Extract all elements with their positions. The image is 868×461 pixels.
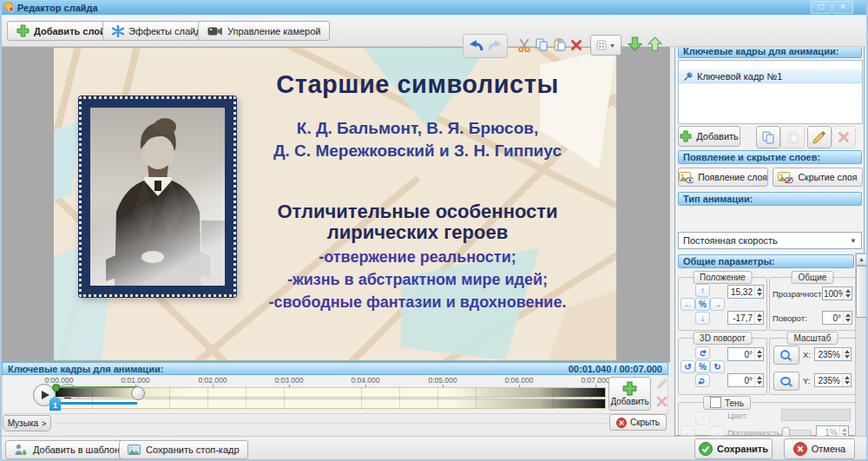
- panel-scrollbar[interactable]: ▲ ▼: [855, 253, 866, 460]
- shadow-opacity-slider[interactable]: [781, 430, 812, 436]
- image-eye-crossed-icon: [778, 172, 793, 183]
- layer-hide-label: Скрытие слоя: [798, 172, 857, 182]
- timeline-time-display: 00:01.040 / 00:07.000: [569, 364, 662, 374]
- delete-keyframe-button[interactable]: [832, 126, 856, 148]
- delete-x-icon: [838, 131, 850, 143]
- rotation-3d-group: 3D поворот ↻ ↺ % ↻ ↻ 0° 0°: [678, 338, 767, 395]
- move-down-layer-icon[interactable]: [628, 36, 642, 51]
- rotate-3d-up-button[interactable]: ↻: [695, 346, 710, 359]
- animation-type-dropdown[interactable]: Постоянная скорость ▼: [678, 232, 862, 249]
- ruler-tick-1: 0:01.000: [115, 376, 155, 385]
- timeline-hide-button[interactable]: Скрыть: [609, 414, 667, 431]
- move-right-button[interactable]: →: [710, 298, 725, 311]
- paste-icon[interactable]: [553, 38, 566, 51]
- slide-canvas: Старшие символисты К. Д. Бальмонт, В. Я.…: [0, 46, 670, 362]
- ruler-tick-0: 0:00.000: [39, 376, 79, 385]
- scale-x-tool-button[interactable]: [773, 346, 799, 365]
- shadow-up-button[interactable]: ↑: [695, 412, 710, 425]
- layer-appear-label: Появление слоя: [698, 172, 767, 182]
- add-layer-button[interactable]: Добавить слой: [7, 21, 115, 41]
- move-up-button[interactable]: ↑: [695, 284, 710, 297]
- keyframes-list[interactable]: Ключевой кадр №1: [678, 60, 863, 124]
- add-keyframe-button[interactable]: Добавить: [678, 126, 740, 147]
- maximize-button[interactable]: □: [811, 1, 832, 14]
- animation-type-header: Тип анимации:: [678, 192, 862, 206]
- portrait-photo: [78, 95, 237, 298]
- scrollbar-thumb[interactable]: [856, 266, 867, 318]
- shadow-checkbox[interactable]: [710, 397, 721, 408]
- shadow-color-label: Цвет:: [727, 411, 748, 420]
- rotate-spinner[interactable]: 0°: [822, 311, 852, 325]
- add-to-templates-button[interactable]: Добавить в шаблоны: [5, 440, 135, 459]
- image-icon: [128, 445, 141, 455]
- rotate-3d-center-button[interactable]: %: [695, 360, 710, 373]
- slide-subtitle: Отличительные особенности лирических гер…: [226, 201, 609, 243]
- scale-y-spinner[interactable]: 235%: [814, 373, 852, 387]
- layer-appear-button[interactable]: Появление слоя: [678, 168, 768, 187]
- slide-title: Старшие символисты: [226, 70, 609, 99]
- shadow-group-label[interactable]: Тень: [703, 396, 751, 410]
- move-up-layer-icon[interactable]: [648, 36, 662, 51]
- add-keyframe-label: Добавить: [696, 131, 739, 142]
- camera-control-button[interactable]: Управление камерой: [198, 21, 330, 41]
- paste-keyframe-button[interactable]: [780, 126, 805, 148]
- copy-icon[interactable]: [536, 38, 549, 51]
- rotation-3d-x-spinner[interactable]: 0°: [727, 347, 764, 361]
- redo-icon[interactable]: [487, 38, 504, 53]
- plus-icon: [622, 381, 637, 396]
- check-circle-icon: [699, 442, 713, 456]
- close-button[interactable]: ×: [832, 1, 853, 14]
- slide-preview[interactable]: Старшие символисты К. Д. Бальмонт, В. Я.…: [54, 48, 616, 360]
- position-group-label: Положение: [693, 271, 753, 284]
- general-group: Общие Прозрачность: 100% Поворот: 0°: [769, 277, 855, 331]
- opacity-spinner[interactable]: 100%: [822, 286, 852, 300]
- position-x-spinner[interactable]: 15,32: [727, 285, 764, 299]
- cut-icon[interactable]: [517, 38, 531, 52]
- save-button[interactable]: Сохранить: [694, 438, 773, 459]
- layer-hide-button[interactable]: Скрытие слоя: [773, 168, 863, 187]
- add-to-templates-label: Добавить в шаблоны: [33, 445, 127, 455]
- scale-y-tool-button[interactable]: [773, 372, 799, 391]
- scale-group-label: Масштаб: [787, 332, 838, 345]
- timeline-add-keyframe-button[interactable]: Добавить: [608, 377, 651, 411]
- move-left-button[interactable]: ←: [681, 298, 695, 311]
- rotate-3d-down-button[interactable]: ↻: [695, 374, 710, 387]
- scale-x-label: X:: [803, 350, 811, 359]
- shadow-color-swatch[interactable]: [781, 409, 851, 421]
- copy-keyframe-button[interactable]: [756, 126, 780, 148]
- undo-redo-group: [463, 34, 508, 58]
- move-down-button[interactable]: ↓: [695, 312, 710, 325]
- delete-keyframe-icon[interactable]: [656, 396, 667, 407]
- slide-effects-label: Эффекты слайда: [128, 26, 207, 36]
- slide-names-line2: Д. С. Мережковский и З. Н. Гиппиус: [226, 140, 609, 162]
- scale-x-spinner[interactable]: 235%: [814, 347, 852, 361]
- position-y-spinner[interactable]: -17,7: [727, 311, 764, 325]
- zoom-grid-dropdown[interactable]: ▼: [590, 35, 621, 56]
- scroll-up-arrow[interactable]: ▲: [856, 254, 867, 266]
- cancel-button[interactable]: Отмена: [784, 438, 855, 459]
- scale-x-value: 235%: [815, 348, 842, 360]
- ruler-tick-3: 0:03.000: [269, 376, 309, 385]
- delete-icon[interactable]: [570, 39, 582, 51]
- playhead-thumb[interactable]: [131, 386, 145, 400]
- slide-subtitle-line1: Отличительные особенности: [226, 201, 609, 222]
- brush-keyframe-button[interactable]: [807, 126, 832, 148]
- undo-icon[interactable]: [467, 38, 484, 53]
- rotate-3d-right-button[interactable]: ↻: [710, 360, 725, 373]
- slide-subtitle-line2: лирических героев: [226, 222, 609, 243]
- ruler-tick-6: 0:06.000: [499, 376, 539, 385]
- portrait-image: [90, 108, 225, 286]
- rotation-3d-y-spinner[interactable]: 0°: [727, 373, 764, 387]
- save-still-button[interactable]: Сохранить стоп-кадр: [119, 440, 248, 459]
- music-panel-toggle[interactable]: Музыка >: [3, 415, 51, 431]
- rotate-3d-left-button[interactable]: ↺: [681, 360, 695, 373]
- position-center-button[interactable]: %: [695, 298, 710, 311]
- keyframe-list-item[interactable]: Ключевой кадр №1: [679, 69, 862, 83]
- ruler-tick-2: 0:02.000: [193, 376, 233, 385]
- plus-icon: [680, 130, 692, 142]
- animation-type-value: Постоянная скорость: [683, 235, 778, 246]
- edit-keyframe-icon[interactable]: [656, 378, 668, 390]
- keyframe-pin-icon: [683, 71, 694, 82]
- timeline-add-label: Добавить: [610, 397, 648, 406]
- opacity-label: Прозрачность:: [773, 289, 828, 299]
